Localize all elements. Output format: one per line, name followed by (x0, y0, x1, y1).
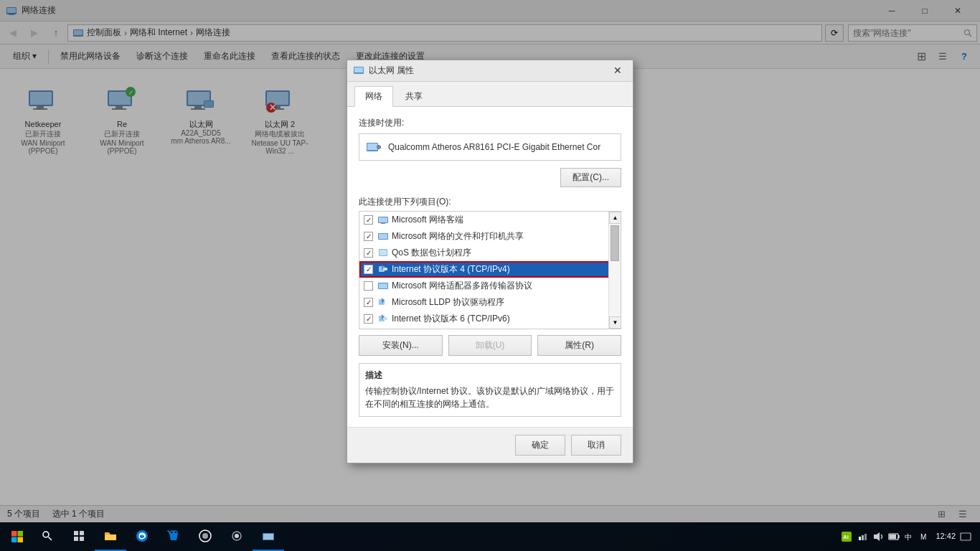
checkbox-ms-file-share[interactable] (364, 232, 373, 241)
protocol-ms-bridge[interactable]: Microsoft 网络适配器多路传输器协议 (359, 278, 621, 294)
svg-point-73 (235, 534, 239, 538)
taskbar-explorer[interactable] (95, 522, 126, 551)
adapter-box: Qualcomm Atheros AR8161 PCI-E Gigabit Et… (359, 133, 621, 161)
protocol-ms-net-client-icon (377, 214, 389, 225)
svg-rect-65 (74, 537, 78, 541)
volume-icon[interactable] (872, 531, 884, 542)
svg-rect-88 (961, 533, 971, 540)
svg-rect-58 (18, 531, 24, 537)
ok-button[interactable]: 确定 (515, 435, 565, 456)
svg-rect-39 (379, 217, 387, 222)
taskbar-edge[interactable] (126, 522, 158, 551)
ime-icon[interactable]: M (920, 531, 931, 542)
taskbar-network-connections[interactable] (253, 522, 284, 551)
explorer-icon (103, 529, 118, 543)
protocol-ms-net-client[interactable]: Microsoft 网络客端 (359, 212, 621, 228)
svg-point-61 (43, 532, 49, 537)
scroll-thumb[interactable] (611, 225, 619, 261)
svg-rect-49 (379, 283, 387, 288)
settings-icon (230, 529, 244, 543)
checkbox-ms-bridge[interactable] (364, 281, 373, 291)
desc-label: 描述 (365, 369, 615, 382)
ethernet-properties-dialog: 以太网 属性 ✕ 网络 共享 连接时使用: (347, 60, 633, 463)
properties-button[interactable]: 属性(R) (537, 335, 621, 356)
protocol-tcpipv4-label: Internet 协议版本 4 (TCP/IPv4) (392, 263, 510, 276)
taskbar-cortana[interactable] (189, 522, 221, 551)
protocol-ms-bridge-icon (377, 280, 389, 291)
install-button[interactable]: 安装(N)... (359, 335, 443, 356)
network-tray-icon[interactable] (857, 531, 868, 542)
svg-marker-82 (874, 532, 880, 541)
dialog-title-bar: 以太网 属性 ✕ (347, 60, 633, 82)
checkbox-tcpipv6[interactable] (364, 314, 373, 324)
description-section: 描述 传输控制协议/Internet 协议。该协议是默认的广域网络协议，用于在不… (359, 363, 621, 417)
svg-rect-54 (383, 317, 387, 320)
protocol-tcpipv6[interactable]: Internet 协议版本 6 (TCP/IPv6) (359, 311, 621, 327)
adapter-name: Qualcomm Atheros AR8161 PCI-E Gigabit Et… (388, 142, 600, 152)
taskbar-task-view[interactable] (63, 522, 95, 551)
checkbox-ms-lldp[interactable] (364, 298, 373, 307)
taskbar-store[interactable] (158, 522, 189, 551)
protocol-qos[interactable]: QoS 数据包计划程序 (359, 245, 621, 261)
scroll-down-button[interactable]: ▼ (609, 316, 621, 329)
nvidia-icon[interactable]: Ai (841, 531, 852, 542)
protocol-ms-bridge-label: Microsoft 网络适配器多路传输器协议 (392, 280, 532, 292)
protocol-tcpipv6-label: Internet 协议版本 6 (TCP/IPv6) (392, 313, 510, 325)
dialog-footer: 确定 取消 (347, 427, 633, 463)
config-btn-row: 配置(C)... (359, 168, 621, 187)
checkbox-qos[interactable] (364, 248, 373, 258)
svg-rect-44 (380, 250, 387, 255)
adapter-icon (365, 138, 382, 156)
svg-point-68 (136, 530, 148, 542)
language-icon[interactable]: 中 (904, 531, 915, 542)
tab-network[interactable]: 网络 (354, 86, 393, 107)
notification-icon[interactable] (960, 531, 971, 542)
modal-overlay: 以太网 属性 ✕ 网络 共享 连接时使用: (0, 0, 980, 522)
store-icon (166, 529, 181, 543)
taskbar-clock[interactable]: 12:42 (936, 531, 956, 542)
action-buttons: 安装(N)... 卸载(U) 属性(R) (359, 335, 621, 356)
tab-share[interactable]: 共享 (395, 86, 433, 106)
network-connections-icon (261, 529, 275, 543)
svg-rect-60 (18, 537, 24, 543)
svg-rect-84 (890, 534, 896, 539)
svg-rect-32 (354, 67, 363, 72)
scroll-up-button[interactable]: ▲ (609, 212, 621, 224)
dialog-title: 以太网 属性 (369, 65, 608, 77)
config-button[interactable]: 配置(C)... (560, 168, 621, 187)
svg-line-62 (49, 537, 52, 541)
connect-using-label: 连接时使用: (359, 117, 621, 129)
battery-icon[interactable] (888, 531, 900, 542)
start-button[interactable] (3, 522, 32, 551)
protocol-ms-file-share-label: Microsoft 网络的文件和打印机共享 (392, 230, 524, 242)
checkbox-ms-net-client[interactable] (364, 215, 373, 225)
protocol-link-layer[interactable]: 链路层拓扑发现响应程序 (359, 327, 621, 329)
protocol-ms-file-share[interactable]: Microsoft 网络的文件和打印机共享 (359, 228, 621, 245)
checkbox-tcpipv4[interactable] (364, 265, 373, 274)
windows-logo-icon (11, 530, 24, 543)
protocol-tcpipv4[interactable]: Internet 协议版本 4 (TCP/IPv4) (359, 261, 621, 278)
svg-rect-37 (378, 149, 380, 149)
protocol-ms-lldp[interactable]: Microsoft LLDP 协议驱动程序 (359, 294, 621, 311)
scrollbar[interactable]: ▲ ▼ (608, 212, 621, 329)
cancel-button[interactable]: 取消 (571, 435, 621, 456)
svg-rect-64 (80, 531, 84, 535)
dialog-close-button[interactable]: ✕ (608, 62, 627, 79)
dialog-window-icon (353, 65, 364, 76)
protocol-list[interactable]: Microsoft 网络客端 Microsoft 网络的文件和打印机共享 (359, 211, 621, 329)
protocol-ms-lldp-label: Microsoft LLDP 协议驱动程序 (392, 296, 504, 309)
svg-rect-36 (378, 145, 380, 146)
uninstall-button[interactable]: 卸载(U) (448, 335, 532, 356)
dialog-tabs: 网络 共享 (347, 82, 633, 107)
svg-rect-47 (383, 268, 387, 270)
taskbar-right: Ai 中 M 12:42 (841, 531, 977, 542)
protocol-ms-net-client-label: Microsoft 网络客端 (392, 214, 463, 226)
svg-rect-67 (105, 534, 116, 540)
protocol-tcpipv4-icon (377, 263, 389, 275)
protocol-tcpipv6-icon (377, 313, 389, 324)
taskbar-search[interactable] (32, 522, 63, 551)
taskbar-settings[interactable] (221, 522, 253, 551)
svg-rect-35 (377, 146, 381, 149)
task-view-icon (73, 530, 85, 542)
svg-text:中: 中 (905, 533, 912, 541)
